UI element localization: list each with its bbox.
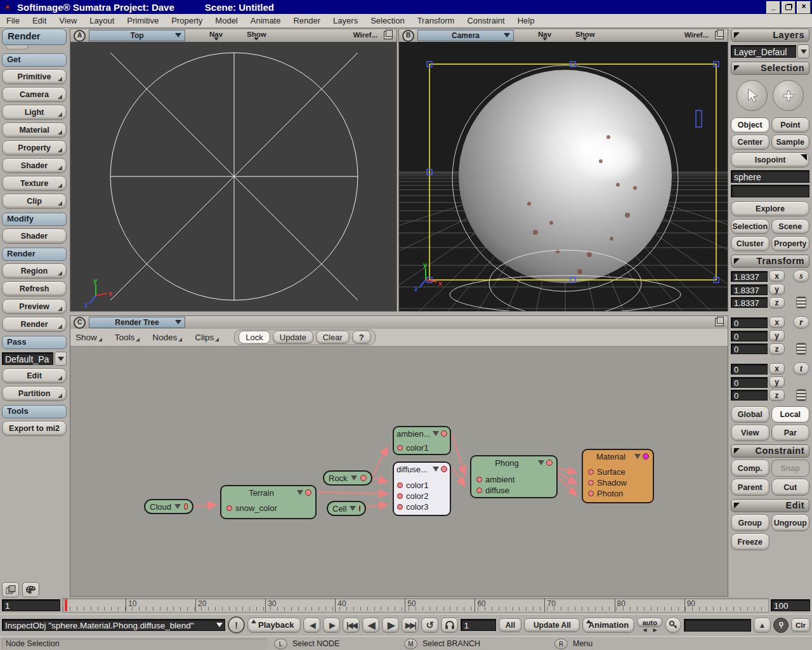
transform-panel-header[interactable]: Transform [731, 255, 809, 268]
menu-item-model[interactable]: Model [209, 15, 244, 27]
rotate-x-field[interactable]: 0 [731, 317, 768, 328]
scale-mode-button[interactable]: s [793, 270, 809, 282]
get-texture-button[interactable]: Texture [2, 176, 67, 191]
input-port-icon[interactable] [397, 504, 403, 510]
pass-edit-button[interactable]: Edit [2, 368, 67, 383]
export-to-mi2-button[interactable]: Export to mi2 [2, 421, 67, 436]
input-port-icon[interactable] [476, 477, 482, 482]
section-header-modify[interactable]: Modify [2, 213, 67, 226]
viewport-a-letter[interactable]: A [74, 30, 86, 42]
node-menu-icon[interactable] [297, 490, 303, 495]
axis-y-button[interactable]: y [769, 376, 785, 388]
node-output-port[interactable] [360, 475, 367, 481]
rotate-mode-button[interactable]: r [793, 316, 809, 329]
key-button[interactable] [665, 617, 681, 633]
minimize-icon[interactable]: _ [766, 1, 780, 14]
menu-item-property[interactable]: Property [165, 15, 209, 27]
translate-z-field[interactable]: 0 [731, 390, 768, 401]
go-to-start-button[interactable]: |◀◀ [343, 618, 360, 633]
clear-script-button[interactable]: Clr [791, 618, 810, 632]
previous-frame-button[interactable]: ◀ [303, 618, 320, 633]
get-material-button[interactable]: Material [2, 123, 67, 138]
modify-shader-button[interactable]: Shader [2, 229, 67, 244]
timeline-start-field[interactable]: 1 [2, 599, 60, 611]
viewport-b-canvas[interactable]: y x z [399, 42, 728, 311]
viewport-a-view-selector[interactable]: Top [89, 30, 185, 41]
constraint-panel-header[interactable]: Constraint [731, 444, 809, 458]
viewport-b-maximize-icon[interactable] [715, 31, 724, 39]
node-menu-icon[interactable] [351, 475, 357, 481]
axis-z-button[interactable]: z [769, 297, 785, 308]
link-axes-icon[interactable] [796, 343, 806, 355]
collapse-icon[interactable] [734, 258, 740, 264]
get-property-button[interactable]: Property [2, 140, 67, 156]
menu-item-constraint[interactable]: Constraint [461, 15, 511, 27]
menu-item-edit[interactable]: Edit [26, 15, 53, 27]
scale-x-field[interactable]: 1.8337 [731, 271, 768, 282]
rotate-z-field[interactable]: 0 [731, 343, 768, 354]
collapse-icon[interactable] [734, 65, 740, 71]
menu-item-render[interactable]: Render [287, 15, 327, 27]
set-key-button[interactable] [773, 618, 789, 633]
filter-center-button[interactable]: Center [731, 135, 769, 150]
current-frame-field[interactable]: 1 [461, 619, 496, 631]
layer-dropdown-icon[interactable] [797, 44, 809, 58]
axis-y-button[interactable]: y [769, 284, 785, 295]
node-output-port[interactable] [184, 503, 188, 510]
script-input-field[interactable] [684, 619, 751, 632]
axis-x-button[interactable]: x [769, 363, 785, 375]
viewport-a-nav-menu[interactable]: Nav [209, 31, 223, 41]
selection-panel-header[interactable]: Selection [731, 62, 809, 75]
render-preview-button[interactable]: Preview [2, 299, 67, 314]
viewport-c-letter[interactable]: C [74, 317, 86, 329]
ungroup-button[interactable]: Ungroup [771, 514, 810, 531]
viewport-a-maximize-icon[interactable] [384, 31, 393, 39]
explore-button[interactable]: Explore [731, 201, 809, 216]
next-frame-button[interactable]: ▶ [323, 618, 340, 633]
filter-isopoint-button[interactable]: Isopoint [731, 152, 809, 168]
node-output-port[interactable] [441, 466, 447, 472]
sphere-render[interactable] [459, 70, 672, 283]
node-menu-icon[interactable] [433, 431, 439, 436]
axis-z-button[interactable]: z [769, 343, 785, 355]
select-scene-button[interactable]: Scene [771, 219, 810, 234]
render-refresh-button[interactable]: Refresh [2, 281, 67, 296]
menu-item-view[interactable]: View [53, 15, 83, 27]
constraint-comp-button[interactable]: Comp. [731, 460, 769, 477]
dropdown-icon[interactable] [216, 623, 223, 627]
pass-selector[interactable]: Default_Pa [2, 352, 53, 365]
freeze-button[interactable]: Freeze [731, 533, 769, 550]
section-header-tools[interactable]: Tools [2, 405, 67, 418]
scale-y-field[interactable]: 1.8337 [731, 284, 768, 295]
menu-item-layers[interactable]: Layers [327, 15, 364, 27]
collapse-icon[interactable] [734, 448, 740, 454]
layer-selector[interactable]: Layer_Defaul [731, 45, 796, 58]
select-cluster-button[interactable]: Cluster [731, 236, 769, 251]
pass-partition-button[interactable]: Partition [2, 386, 67, 401]
get-clip-button[interactable]: Clip [2, 194, 67, 209]
animation-menu-button[interactable]: Animation [582, 618, 634, 633]
section-header-get[interactable]: Get [2, 53, 67, 67]
global-mode-button[interactable]: Global [731, 406, 769, 423]
menu-item-file[interactable]: File [0, 15, 26, 27]
timeline-end-field[interactable]: 100 [771, 599, 810, 611]
input-port-icon[interactable] [588, 491, 594, 496]
play-backward-button[interactable]: ◀ [362, 618, 379, 633]
node-output-port[interactable] [359, 505, 360, 512]
filter-sample-button[interactable]: Sample [771, 135, 810, 150]
play-forward-button[interactable]: ▶ [382, 618, 399, 633]
group-button[interactable]: Group [731, 514, 769, 531]
scroll-up-button[interactable]: ▲ [754, 618, 771, 633]
update-button[interactable]: Update [273, 331, 313, 344]
node-output-port[interactable] [305, 489, 311, 496]
render-tree-view-selector[interactable]: Render Tree [89, 317, 185, 328]
menu-item-animate[interactable]: Animate [244, 15, 287, 27]
node-diffuse-blend[interactable]: diffuse... color1 color2 color3 [393, 461, 451, 516]
link-axes-icon[interactable] [796, 389, 806, 401]
node-menu-icon[interactable] [433, 467, 439, 472]
node-menu-icon[interactable] [350, 506, 356, 511]
audio-button[interactable] [441, 618, 458, 633]
rt-show-menu[interactable]: Show [75, 333, 102, 342]
collapse-icon[interactable] [734, 32, 740, 38]
lock-button[interactable]: Lock [239, 331, 270, 344]
